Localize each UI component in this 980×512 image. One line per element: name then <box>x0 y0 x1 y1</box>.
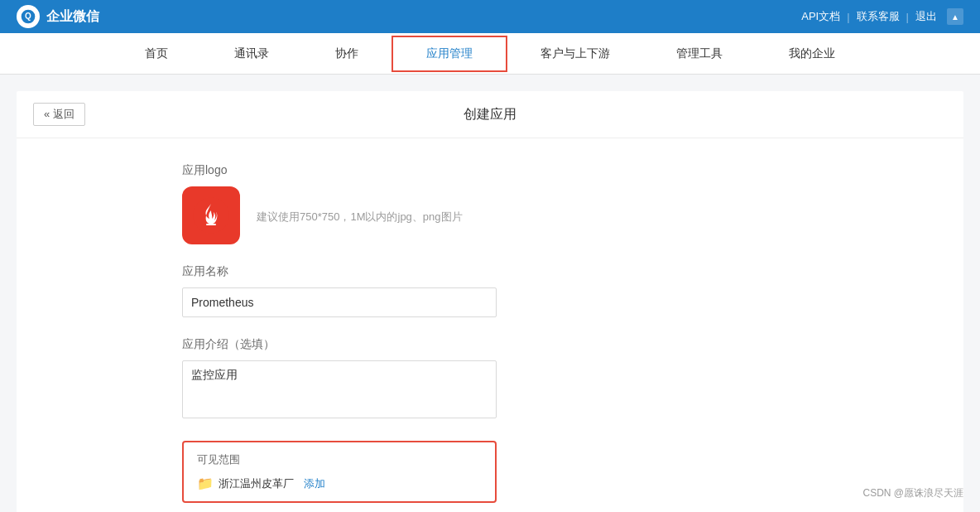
divider1: | <box>847 11 849 23</box>
logo-hint: 建议使用750*750，1M以内的jpg、png图片 <box>257 210 463 225</box>
page-card: « 返回 创建应用 应用logo <box>17 91 963 512</box>
back-button[interactable]: « 返回 <box>33 103 85 126</box>
app-desc-label: 应用介绍（选填） <box>182 337 745 352</box>
visibility-section: 可见范围 📁 浙江温州皮革厂 添加 <box>182 441 745 503</box>
nav-items: 首页 通讯录 协作 应用管理 客户与上下游 管理工具 我的企业 <box>112 33 868 75</box>
org-tag: 📁 浙江温州皮革厂 <box>197 476 294 491</box>
nav-item-tools[interactable]: 管理工具 <box>643 33 756 75</box>
api-docs-link[interactable]: API文档 <box>801 9 840 24</box>
logout-link[interactable]: 退出 <box>915 9 937 24</box>
logo-area: Q 企业微信 <box>17 5 99 28</box>
expand-button[interactable]: ▲ <box>947 8 963 25</box>
app-name-input[interactable] <box>182 287 497 317</box>
top-header: Q 企业微信 API文档 | 联系客服 | 退出 ▲ <box>0 0 980 33</box>
app-desc-textarea[interactable]: 监控应用 <box>182 360 497 418</box>
divider2: | <box>906 11 909 23</box>
content-area: « 返回 创建应用 应用logo <box>0 75 980 512</box>
logo-row: 建议使用750*750，1M以内的jpg、png图片 <box>182 186 745 244</box>
page-title: 创建应用 <box>464 106 516 123</box>
support-link[interactable]: 联系客服 <box>857 9 900 24</box>
app-desc-section: 应用介绍（选填） 监控应用 <box>182 337 745 421</box>
logo-upload-button[interactable] <box>182 186 240 244</box>
visibility-box: 可见范围 📁 浙江温州皮革厂 添加 <box>182 441 497 503</box>
page-header: « 返回 创建应用 <box>17 91 963 138</box>
nav-item-my-company[interactable]: 我的企业 <box>756 33 868 75</box>
nav-item-customers[interactable]: 客户与上下游 <box>507 33 643 75</box>
app-brand-name: 企业微信 <box>46 8 99 26</box>
nav-item-app-manage[interactable]: 应用管理 <box>392 36 507 72</box>
visibility-label: 可见范围 <box>197 452 482 467</box>
org-name: 浙江温州皮革厂 <box>219 476 294 491</box>
add-visibility-button[interactable]: 添加 <box>304 476 325 491</box>
form-area: 应用logo 建议使用750*750，1M以内的jpg、png图片 <box>17 138 761 512</box>
main-nav: 首页 通讯录 协作 应用管理 客户与上下游 管理工具 我的企业 <box>0 33 980 75</box>
nav-item-contacts[interactable]: 通讯录 <box>201 33 302 75</box>
nav-item-collab[interactable]: 协作 <box>302 33 392 75</box>
folder-icon: 📁 <box>197 476 214 491</box>
top-right-actions: API文档 | 联系客服 | 退出 ▲ <box>801 8 963 25</box>
svg-rect-3 <box>206 224 216 225</box>
svg-text:Q: Q <box>25 12 31 21</box>
logo-section: 应用logo 建议使用750*750，1M以内的jpg、png图片 <box>182 163 745 244</box>
app-name-label: 应用名称 <box>182 264 745 279</box>
logo-icon: Q <box>17 5 40 28</box>
app-name-section: 应用名称 <box>182 264 745 317</box>
visibility-row: 📁 浙江温州皮革厂 添加 <box>197 476 482 491</box>
logo-label: 应用logo <box>182 163 745 178</box>
watermark: CSDN @愿诛浪尽天涯 <box>862 486 963 500</box>
flame-icon <box>193 197 229 234</box>
nav-item-home[interactable]: 首页 <box>112 33 201 75</box>
